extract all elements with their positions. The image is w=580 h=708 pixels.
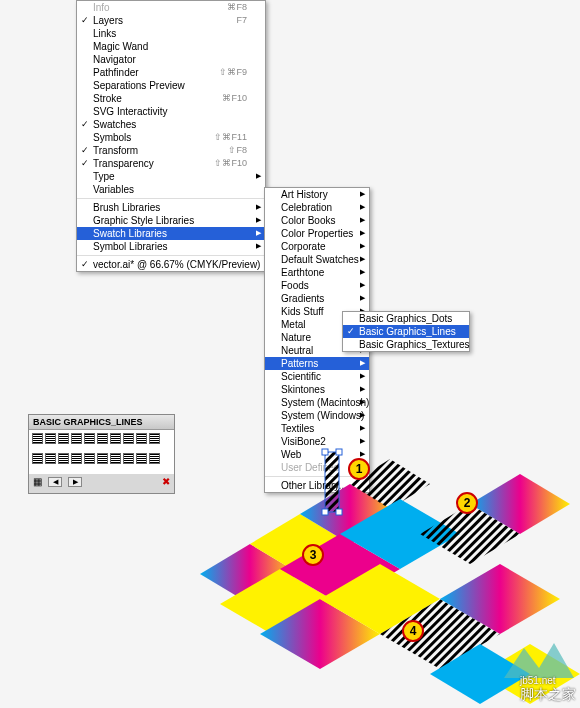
menu-item[interactable]: Color Books <box>265 214 369 227</box>
shortcut: ⇧⌘F11 <box>214 132 247 142</box>
menu-item[interactable]: Transparency⇧⌘F10 <box>77 157 265 170</box>
swatch-grid[interactable] <box>29 430 174 474</box>
menu-item[interactable]: Art History <box>265 188 369 201</box>
menu-item[interactable]: Color Properties <box>265 227 369 240</box>
menu-item[interactable]: Links <box>77 27 265 40</box>
swatches-panel[interactable]: BASIC GRAPHICS_LINES ▦ ◀ ▶ ✖ <box>28 414 175 494</box>
menu-item[interactable]: Stroke⌘F10 <box>77 92 265 105</box>
menu-item[interactable]: Celebration <box>265 201 369 214</box>
menu-item[interactable]: Basic Graphics_Textures <box>343 338 469 351</box>
swatch[interactable] <box>97 453 108 464</box>
annotation-badge-1: 1 <box>348 458 370 480</box>
swatch[interactable] <box>97 433 108 444</box>
swatch[interactable] <box>45 433 56 444</box>
menu-item[interactable]: Transform⇧F8 <box>77 144 265 157</box>
patterns-submenu[interactable]: Basic Graphics_Dots Basic Graphics_Lines… <box>342 311 470 352</box>
menu-item[interactable]: Brush Libraries <box>77 201 265 214</box>
menu-item[interactable]: Variables <box>77 183 265 196</box>
shortcut: ⇧⌘F9 <box>219 67 247 77</box>
shortcut: ⇧⌘F10 <box>214 158 247 168</box>
svg-rect-18 <box>336 449 342 455</box>
watermark: jb51.net 脚本之家 <box>520 675 576 704</box>
menu-item[interactable]: vector.ai* @ 66.67% (CMYK/Preview) <box>77 258 265 271</box>
menu-item[interactable]: System (Windows) <box>265 409 369 422</box>
menu-item[interactable]: LayersF7 <box>77 14 265 27</box>
swatch[interactable] <box>110 433 121 444</box>
swatch[interactable] <box>123 453 134 464</box>
swatch[interactable] <box>136 433 147 444</box>
menu-item-basic-graphics-lines[interactable]: Basic Graphics_Lines <box>343 325 469 338</box>
menu-item[interactable]: Corporate <box>265 240 369 253</box>
swatch[interactable] <box>149 433 160 444</box>
panel-title: BASIC GRAPHICS_LINES <box>29 415 174 430</box>
swatch[interactable] <box>149 453 160 464</box>
svg-rect-16 <box>325 452 339 512</box>
shortcut: ⇧F8 <box>228 145 247 155</box>
menu-item[interactable]: Symbol Libraries <box>77 240 265 253</box>
menu-item[interactable]: Textiles <box>265 422 369 435</box>
menu-separator <box>77 255 265 256</box>
menu-item[interactable]: Separations Preview <box>77 79 265 92</box>
menu-item-patterns[interactable]: Patterns <box>265 357 369 370</box>
menu-item[interactable]: Symbols⇧⌘F11 <box>77 131 265 144</box>
swatch[interactable] <box>58 433 69 444</box>
swatch[interactable] <box>84 433 95 444</box>
swatch[interactable] <box>123 433 134 444</box>
annotation-badge-3: 3 <box>302 544 324 566</box>
watermark-cn: 脚本之家 <box>520 686 576 704</box>
shortcut: ⌘F8 <box>227 2 247 12</box>
swatch[interactable] <box>136 453 147 464</box>
menu-item: Info⌘F8 <box>77 1 265 14</box>
swatch[interactable] <box>32 433 43 444</box>
svg-marker-21 <box>504 643 574 678</box>
menu-item[interactable]: Default Swatches <box>265 253 369 266</box>
swatch[interactable] <box>84 453 95 464</box>
prev-button[interactable]: ◀ <box>48 477 62 487</box>
menu-item[interactable]: Pathfinder⇧⌘F9 <box>77 66 265 79</box>
swatch[interactable] <box>32 453 43 464</box>
watermark-url: jb51.net <box>520 675 576 686</box>
menu-item[interactable]: Scientific <box>265 370 369 383</box>
menu-separator <box>77 198 265 199</box>
swatch-type-icon[interactable]: ▦ <box>33 476 42 487</box>
menu-item[interactable]: Graphic Style Libraries <box>77 214 265 227</box>
next-button[interactable]: ▶ <box>68 477 82 487</box>
menu-item[interactable]: Basic Graphics_Dots <box>343 312 469 325</box>
menu-item[interactable]: Skintones <box>265 383 369 396</box>
swatch[interactable] <box>45 453 56 464</box>
menu-item[interactable]: System (Macintosh) <box>265 396 369 409</box>
menu-item[interactable]: Swatch Libraries <box>77 227 265 240</box>
menu-item[interactable]: Gradients <box>265 292 369 305</box>
swatch[interactable] <box>71 433 82 444</box>
menu-item[interactable]: Swatches <box>77 118 265 131</box>
watermark-logo <box>504 638 574 678</box>
menu-item[interactable]: SVG Interactivity <box>77 105 265 118</box>
panel-footer: ▦ ◀ ▶ ✖ <box>29 474 174 489</box>
annotation-badge-2: 2 <box>456 492 478 514</box>
svg-rect-19 <box>322 509 328 515</box>
svg-rect-17 <box>322 449 328 455</box>
swatch[interactable] <box>110 453 121 464</box>
shortcut: ⌘F10 <box>222 93 247 103</box>
menu-item[interactable]: Type <box>77 170 265 183</box>
swatch[interactable] <box>58 453 69 464</box>
menu-item[interactable]: Navigator <box>77 53 265 66</box>
menu-item[interactable]: Magic Wand <box>77 40 265 53</box>
annotation-badge-4: 4 <box>402 620 424 642</box>
menu-item[interactable]: Earthtone <box>265 266 369 279</box>
window-menu[interactable]: Info⌘F8LayersF7LinksMagic WandNavigatorP… <box>76 0 266 272</box>
shortcut: F7 <box>236 15 247 25</box>
swatch[interactable] <box>71 453 82 464</box>
menu-item[interactable]: Foods <box>265 279 369 292</box>
delete-icon[interactable]: ✖ <box>162 476 170 487</box>
svg-rect-20 <box>336 509 342 515</box>
